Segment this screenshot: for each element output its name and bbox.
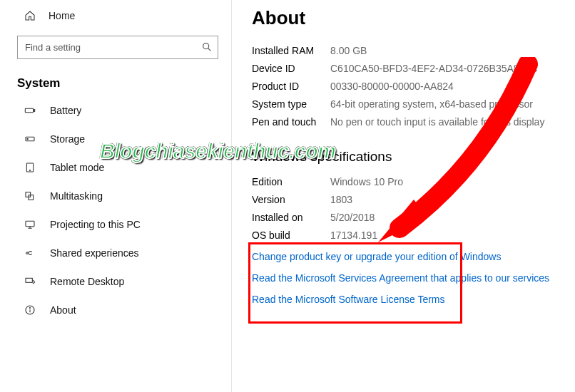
spec-label: OS build: [252, 229, 330, 241]
sidebar-item-battery[interactable]: Battery: [0, 96, 231, 125]
info-icon: [24, 304, 36, 316]
home-nav[interactable]: Home: [0, 3, 231, 29]
spec-value: C610CA50-BFD3-4EF2-AD34-0726B35A8C44: [330, 63, 537, 74]
link-change-product-key[interactable]: Change product key or upgrade your editi…: [252, 251, 568, 262]
svg-rect-8: [26, 192, 31, 197]
sidebar-item-label: Multitasking: [50, 190, 103, 202]
page-title: About: [252, 7, 568, 29]
sidebar-item-projecting[interactable]: Projecting to this PC: [0, 210, 231, 239]
svg-rect-2: [25, 108, 33, 112]
remote-desktop-icon: [24, 276, 36, 287]
sidebar-item-tablet-mode[interactable]: Tablet mode: [0, 153, 231, 182]
spec-value: 17134.191: [330, 229, 377, 241]
link-services-agreement[interactable]: Read the Microsoft Services Agreement th…: [252, 272, 568, 284]
home-icon: [24, 10, 36, 21]
sidebar-item-label: Shared experiences: [50, 247, 139, 259]
search-icon: [201, 41, 213, 53]
spec-value: 8.00 GB: [330, 45, 367, 56]
battery-icon: [24, 105, 36, 116]
spec-row: EditionWindows 10 Pro: [252, 176, 568, 187]
home-label: Home: [49, 10, 75, 21]
svg-rect-9: [29, 195, 34, 200]
spec-label: Installed RAM: [252, 45, 330, 56]
spec-label: Device ID: [252, 63, 330, 74]
settings-sidebar: Home System Battery Storage Tablet: [0, 0, 232, 392]
tablet-icon: [24, 162, 36, 173]
windows-spec-title: Windows specifications: [252, 149, 568, 165]
spec-row: Version1803: [252, 194, 568, 205]
spec-row: Device IDC610CA50-BFD3-4EF2-AD34-0726B35…: [252, 63, 568, 74]
search-input[interactable]: [17, 36, 218, 59]
spec-label: Product ID: [252, 81, 330, 92]
projecting-icon: [24, 219, 36, 230]
spec-label: Version: [252, 194, 330, 205]
spec-value: 5/20/2018: [330, 212, 375, 223]
link-license-terms[interactable]: Read the Microsoft Software License Term…: [252, 294, 568, 305]
spec-label: Installed on: [252, 212, 330, 223]
sidebar-item-label: Remote Desktop: [50, 276, 124, 287]
svg-rect-10: [26, 221, 34, 226]
svg-line-1: [208, 48, 211, 51]
spec-row: System type64-bit operating system, x64-…: [252, 98, 568, 110]
svg-point-15: [29, 307, 30, 308]
spec-row: Pen and touchNo pen or touch input is av…: [252, 116, 568, 128]
sidebar-item-shared-experiences[interactable]: Shared experiences: [0, 239, 231, 267]
sidebar-item-label: Tablet mode: [50, 162, 104, 173]
spec-label: Pen and touch: [252, 116, 330, 128]
svg-rect-3: [34, 110, 34, 112]
windows-specs: EditionWindows 10 Pro Version1803 Instal…: [252, 176, 568, 241]
spec-row: OS build17134.191: [252, 229, 568, 241]
storage-icon: [24, 133, 36, 145]
sidebar-item-label: Battery: [50, 105, 81, 116]
svg-point-11: [26, 252, 29, 254]
sidebar-item-label: Storage: [50, 133, 85, 145]
sidebar-item-remote-desktop[interactable]: Remote Desktop: [0, 267, 231, 296]
spec-label: Edition: [252, 176, 330, 187]
spec-value: 64-bit operating system, x64-based proce…: [330, 98, 533, 110]
spec-value: 00330-80000-00000-AA824: [330, 81, 454, 92]
sidebar-item-label: Projecting to this PC: [50, 219, 141, 230]
sidebar-menu: Battery Storage Tablet mode Multitasking…: [0, 96, 231, 324]
sidebar-item-storage[interactable]: Storage: [0, 125, 231, 153]
svg-point-5: [27, 138, 28, 139]
device-specs: Installed RAM8.00 GB Device IDC610CA50-B…: [252, 45, 568, 128]
spec-value: No pen or touch input is available for t…: [330, 116, 544, 128]
svg-point-7: [29, 170, 30, 170]
svg-rect-12: [26, 278, 32, 282]
spec-row: Installed on5/20/2018: [252, 212, 568, 223]
sidebar-section-title: System: [0, 66, 231, 96]
spec-value: Windows 10 Pro: [330, 176, 403, 187]
svg-point-0: [203, 43, 209, 49]
spec-row: Product ID00330-80000-00000-AA824: [252, 81, 568, 92]
spec-value: 1803: [330, 194, 352, 205]
sidebar-item-label: About: [50, 304, 76, 316]
sidebar-item-about[interactable]: About: [0, 296, 231, 324]
search-setting-box: [17, 36, 218, 59]
content-pane: About Installed RAM8.00 GB Device IDC610…: [232, 0, 575, 392]
sidebar-item-multitasking[interactable]: Multitasking: [0, 182, 231, 210]
spec-label: System type: [252, 98, 330, 110]
spec-row: Installed RAM8.00 GB: [252, 45, 568, 56]
multitasking-icon: [24, 190, 36, 202]
shared-experiences-icon: [24, 247, 36, 259]
